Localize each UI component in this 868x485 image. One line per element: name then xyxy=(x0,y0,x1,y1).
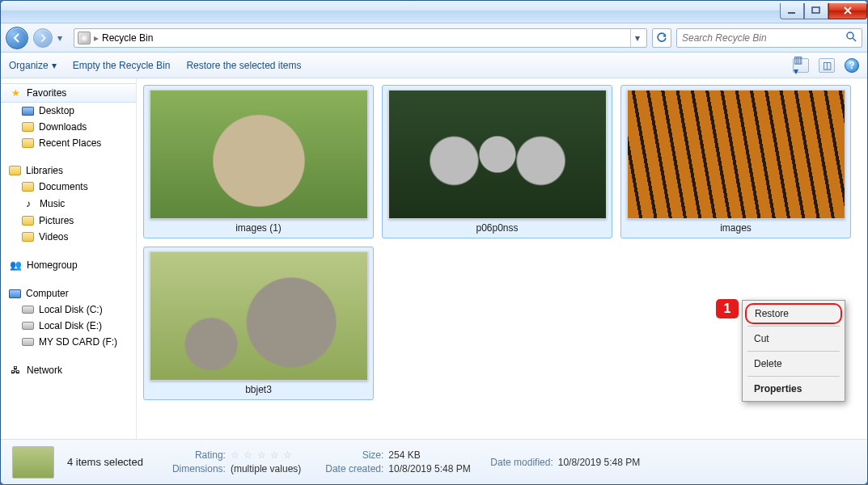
computer-icon xyxy=(9,289,21,298)
file-name: bbjet3 xyxy=(245,384,272,395)
size-value: 254 KB xyxy=(388,449,420,461)
window-controls xyxy=(780,3,867,19)
body: ★ Favorites Desktop Downloads Recent Pla… xyxy=(1,78,867,439)
sidebar-libraries[interactable]: Libraries xyxy=(1,162,136,179)
search-input[interactable] xyxy=(682,32,845,44)
sidebar-item-label: Downloads xyxy=(39,121,87,133)
history-dropdown[interactable]: ▾ xyxy=(57,32,69,44)
sidebar-item-documents[interactable]: Documents xyxy=(1,179,136,195)
breadcrumb-separator-icon: ▸ xyxy=(94,32,99,44)
context-menu-delete[interactable]: Delete xyxy=(744,353,843,374)
close-button[interactable] xyxy=(828,3,867,19)
sidebar-item-sd-card-f[interactable]: MY SD CARD (F:) xyxy=(1,334,136,350)
desktop-icon xyxy=(22,107,34,116)
sidebar-item-label: Videos xyxy=(39,231,68,242)
sidebar-item-label: Local Disk (E:) xyxy=(39,320,102,331)
search-box[interactable] xyxy=(676,28,862,48)
organize-label: Organize xyxy=(9,60,49,71)
restore-selected-button[interactable]: Restore the selected items xyxy=(186,60,301,71)
sidebar-item-recent-places[interactable]: Recent Places xyxy=(1,135,136,151)
forward-button[interactable] xyxy=(33,28,53,48)
maximize-button[interactable] xyxy=(804,3,828,19)
details-title: 4 items selected xyxy=(67,456,143,468)
context-menu: Restore Cut Delete Properties xyxy=(742,300,845,402)
file-name: images xyxy=(720,222,752,234)
details-thumbnail xyxy=(12,446,54,479)
annotation-callout: 1 xyxy=(716,299,739,318)
sidebar-item-local-disk-e[interactable]: Local Disk (E:) xyxy=(1,318,136,334)
sidebar-homegroup[interactable]: 👥Homegroup xyxy=(1,256,136,274)
context-menu-cut[interactable]: Cut xyxy=(744,328,843,349)
sidebar-item-label: Desktop xyxy=(39,105,74,116)
sidebar-item-downloads[interactable]: Downloads xyxy=(1,119,136,135)
preview-pane-button[interactable]: ◫ xyxy=(819,58,835,73)
breadcrumb-location[interactable]: Recycle Bin xyxy=(102,32,153,44)
file-thumbnail xyxy=(388,90,607,219)
folder-icon xyxy=(22,122,34,132)
file-item[interactable]: bbjet3 xyxy=(143,247,374,400)
sidebar-item-pictures[interactable]: Pictures xyxy=(1,213,136,229)
music-icon: ♪ xyxy=(22,197,35,210)
file-item[interactable]: p06p0nss xyxy=(382,85,612,238)
sidebar-item-label: Documents xyxy=(39,181,88,192)
help-button[interactable]: ? xyxy=(845,58,859,73)
refresh-button[interactable] xyxy=(652,28,671,48)
toolbar-right: ▥ ▾ ◫ ? xyxy=(793,58,859,73)
date-created-label: Date created: xyxy=(314,463,383,474)
drive-icon xyxy=(22,338,34,346)
recycle-bin-icon xyxy=(78,32,91,44)
context-menu-restore[interactable]: Restore xyxy=(745,303,842,324)
svg-rect-0 xyxy=(788,12,795,14)
date-modified-label: Date modified: xyxy=(484,457,553,468)
command-bar: Organize ▾ Empty the Recycle Bin Restore… xyxy=(1,53,867,78)
file-item[interactable]: images (1) xyxy=(143,85,374,238)
minimize-button[interactable] xyxy=(780,3,804,19)
sidebar-item-label: MY SD CARD (F:) xyxy=(39,336,117,348)
videos-icon xyxy=(22,232,34,242)
empty-recycle-bin-button[interactable]: Empty the Recycle Bin xyxy=(73,60,171,71)
svg-rect-1 xyxy=(812,7,819,13)
rating-label: Rating: xyxy=(156,449,226,461)
sidebar-item-desktop[interactable]: Desktop xyxy=(1,103,136,119)
sidebar-item-local-disk-c[interactable]: Local Disk (C:) xyxy=(1,302,136,318)
homegroup-label: Homegroup xyxy=(27,259,78,271)
sidebar-item-label: Music xyxy=(40,198,65,209)
file-name: p06p0nss xyxy=(476,222,518,234)
libraries-label: Libraries xyxy=(26,165,63,176)
sidebar-computer[interactable]: Computer xyxy=(1,285,136,302)
context-menu-separator xyxy=(747,376,840,377)
context-menu-separator xyxy=(747,326,840,327)
sidebar-favorites[interactable]: ★ Favorites xyxy=(1,83,136,103)
sidebar-network[interactable]: 🖧Network xyxy=(1,361,136,379)
dimensions-label: Dimensions: xyxy=(156,463,226,474)
back-button[interactable] xyxy=(6,27,28,49)
address-bar[interactable]: ▸ Recycle Bin ▾ xyxy=(74,28,647,48)
title-bar xyxy=(1,1,867,23)
organize-menu[interactable]: Organize ▾ xyxy=(9,60,57,71)
svg-point-2 xyxy=(847,32,853,39)
file-item[interactable]: images xyxy=(620,85,851,238)
sidebar-item-music[interactable]: ♪Music xyxy=(1,195,136,213)
drive-icon xyxy=(22,322,34,330)
file-thumbnail xyxy=(627,90,845,219)
context-menu-separator xyxy=(747,351,840,352)
size-label: Size: xyxy=(314,449,383,461)
search-icon[interactable] xyxy=(845,31,857,44)
file-list[interactable]: images (1) p06p0nss images bbjet3 1 Rest… xyxy=(137,78,867,439)
navigation-bar: ▾ ▸ Recycle Bin ▾ xyxy=(1,23,867,53)
address-dropdown[interactable]: ▾ xyxy=(630,29,643,47)
dimensions-value: (multiple values) xyxy=(231,463,301,474)
navigation-pane: ★ Favorites Desktop Downloads Recent Pla… xyxy=(1,78,137,439)
date-modified-value: 10/8/2019 5:48 PM xyxy=(558,457,640,468)
documents-icon xyxy=(22,182,34,192)
sidebar-item-label: Local Disk (C:) xyxy=(39,304,103,315)
drive-icon xyxy=(22,306,34,314)
network-icon: 🖧 xyxy=(9,364,22,377)
rating-stars[interactable]: ☆ ☆ ☆ ☆ ☆ xyxy=(231,449,293,461)
explorer-window: ▾ ▸ Recycle Bin ▾ Organize ▾ Empty the R… xyxy=(0,0,868,485)
context-menu-properties[interactable]: Properties xyxy=(744,378,843,399)
view-options-button[interactable]: ▥ ▾ xyxy=(793,58,809,73)
file-thumbnail xyxy=(150,251,368,381)
sidebar-item-videos[interactable]: Videos xyxy=(1,229,136,245)
homegroup-icon: 👥 xyxy=(9,259,22,272)
